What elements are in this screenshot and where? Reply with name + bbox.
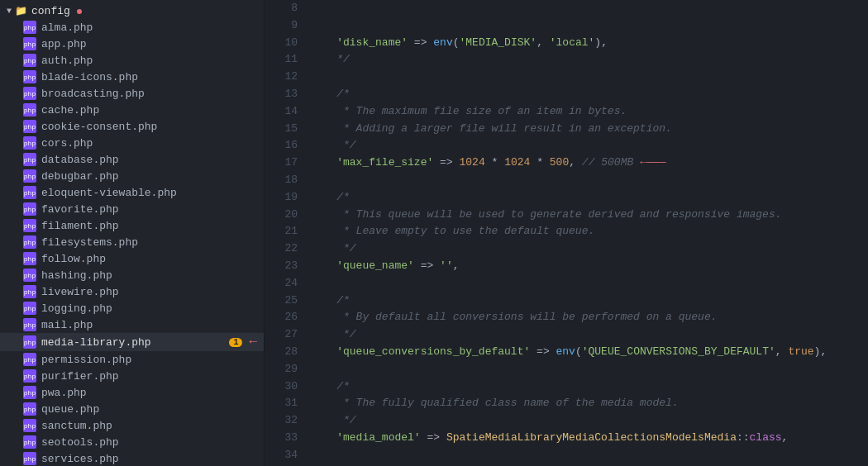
sidebar-item-seotools-php[interactable]: phpseotools.php: [0, 434, 264, 450]
php-file-icon: php: [23, 21, 36, 34]
php-file-icon: php: [23, 369, 36, 383]
file-label: favorite.php: [41, 203, 119, 216]
sidebar-item-filesystems-php[interactable]: phpfilesystems.php: [0, 234, 264, 250]
php-file-icon: php: [23, 136, 36, 150]
php-file-icon: php: [23, 252, 36, 265]
sidebar-item-mail-php[interactable]: phpmail.php: [0, 316, 264, 333]
code-line-12: * The maximum file size of an item in by…: [311, 103, 855, 121]
php-file-icon: php: [23, 169, 36, 183]
sidebar-item-sanctum-php[interactable]: phpsanctum.php: [0, 417, 264, 434]
line-number-31: 31: [271, 395, 298, 412]
line-numbers: 8910111213141516171819202122232425262728…: [265, 0, 304, 466]
php-file-icon: php: [23, 235, 36, 249]
file-label: purifier.php: [41, 370, 119, 383]
sidebar-item-permission-php[interactable]: phppermission.php: [0, 351, 264, 368]
sidebar-item-cookie-consent-php[interactable]: phpcookie-consent.php: [0, 118, 264, 135]
file-label: debugbar.php: [41, 170, 119, 183]
code-line-21: 'queue_name' => '',: [311, 258, 855, 275]
line-number-18: 18: [271, 172, 298, 189]
sidebar-item-eloquent-viewable-php[interactable]: phpeloquent-viewable.php: [0, 184, 264, 201]
code-line-24: * By default all conversions will be per…: [311, 309, 855, 326]
file-label: services.php: [41, 453, 119, 465]
php-file-icon: php: [23, 37, 36, 50]
line-number-29: 29: [271, 361, 298, 378]
code-line-11: /*: [311, 86, 855, 103]
code-line-14: */: [311, 137, 855, 155]
line-number-25: 25: [271, 292, 298, 310]
folder-label: config: [31, 5, 70, 17]
sidebar-item-database-php[interactable]: phpdatabase.php: [0, 151, 264, 168]
code-line-22: [311, 275, 855, 292]
code-editor: 8910111213141516171819202122232425262728…: [265, 0, 868, 466]
php-file-icon: php: [23, 386, 36, 399]
file-list: phpalma.phpphpapp.phpphpauth.phpphpblade…: [0, 19, 264, 466]
php-file-icon: php: [23, 54, 36, 67]
sidebar-item-logging-php[interactable]: phplogging.php: [0, 300, 264, 316]
sidebar-item-media-library-php[interactable]: phpmedia-library.php1←: [0, 333, 264, 351]
sidebar-item-livewire-php[interactable]: phplivewire.php: [0, 283, 264, 300]
file-label: mail.php: [41, 319, 93, 331]
sidebar-item-alma-php[interactable]: phpalma.php: [0, 19, 264, 36]
code-line-26: 'queue_conversions_by_default' => env('Q…: [311, 344, 855, 361]
code-line-32: [311, 447, 855, 464]
sidebar-item-pwa-php[interactable]: phppwa.php: [0, 384, 264, 401]
file-label: cache.php: [41, 104, 99, 116]
file-label: broadcasting.php: [41, 88, 145, 100]
php-file-icon: php: [23, 285, 36, 298]
php-file-icon: php: [23, 103, 36, 116]
line-number-9: 9: [271, 17, 298, 35]
sidebar-item-services-php[interactable]: phpservices.php: [0, 450, 264, 466]
file-label: auth.php: [41, 55, 93, 67]
php-file-icon: php: [23, 402, 36, 416]
php-file-icon: php: [23, 186, 36, 199]
php-file-icon: php: [23, 269, 36, 282]
line-number-17: 17: [271, 155, 298, 172]
line-number-10: 10: [271, 35, 298, 52]
line-number-20: 20: [271, 207, 298, 224]
code-line-9: */: [311, 51, 855, 69]
sidebar-item-broadcasting-php[interactable]: phpbroadcasting.php: [0, 85, 264, 102]
line-number-24: 24: [271, 275, 298, 292]
file-label: hashing.php: [41, 269, 112, 282]
sidebar-item-follow-php[interactable]: phpfollow.php: [0, 250, 264, 267]
line-number-28: 28: [271, 344, 298, 361]
file-arrow: ←: [249, 335, 257, 350]
file-label: blade-icons.php: [41, 71, 138, 83]
sidebar-item-favorite-php[interactable]: phpfavorite.php: [0, 201, 264, 217]
line-number-11: 11: [271, 51, 298, 69]
sidebar-item-blade-icons-php[interactable]: phpblade-icons.php: [0, 69, 264, 85]
php-file-icon: php: [23, 120, 36, 133]
code-area: 'disk_name' => env('MEDIA_DISK', 'local'…: [304, 0, 868, 466]
line-number-15: 15: [271, 121, 298, 138]
config-folder[interactable]: ▼ 📁 config: [0, 3, 264, 19]
sidebar-item-cors-php[interactable]: phpcors.php: [0, 135, 264, 151]
code-line-18: * This queue will be used to generate de…: [311, 207, 855, 224]
sidebar-item-app-php[interactable]: phpapp.php: [0, 36, 264, 52]
file-label: sanctum.php: [41, 420, 112, 432]
line-number-19: 19: [271, 189, 298, 207]
folder-icon: 📁: [15, 5, 27, 17]
sidebar-item-purifier-php[interactable]: phppurifier.php: [0, 368, 264, 384]
line-number-22: 22: [271, 240, 298, 258]
php-file-icon: php: [23, 87, 36, 100]
file-label: logging.php: [41, 302, 112, 315]
line-number-13: 13: [271, 86, 298, 103]
file-label: livewire.php: [41, 286, 119, 298]
line-number-32: 32: [271, 412, 298, 430]
code-line-31: 'media_model' => SpatieMediaLibraryMedia…: [311, 430, 855, 447]
line-number-23: 23: [271, 258, 298, 275]
sidebar-item-filament-php[interactable]: phpfilament.php: [0, 217, 264, 234]
sidebar-item-debugbar-php[interactable]: phpdebugbar.php: [0, 168, 264, 184]
line-number-34: 34: [271, 447, 298, 464]
sidebar-item-queue-php[interactable]: phpqueue.php: [0, 401, 264, 417]
php-file-icon: php: [23, 353, 36, 366]
sidebar-item-hashing-php[interactable]: phphashing.php: [0, 267, 264, 283]
php-file-icon: php: [23, 202, 36, 216]
php-file-icon: php: [23, 70, 36, 83]
chevron-down-icon: ▼: [7, 7, 12, 16]
line-number-12: 12: [271, 69, 298, 86]
sidebar-item-cache-php[interactable]: phpcache.php: [0, 102, 264, 118]
sidebar-item-auth-php[interactable]: phpauth.php: [0, 52, 264, 69]
line-number-33: 33: [271, 430, 298, 447]
line-number-8: 8: [271, 0, 298, 17]
